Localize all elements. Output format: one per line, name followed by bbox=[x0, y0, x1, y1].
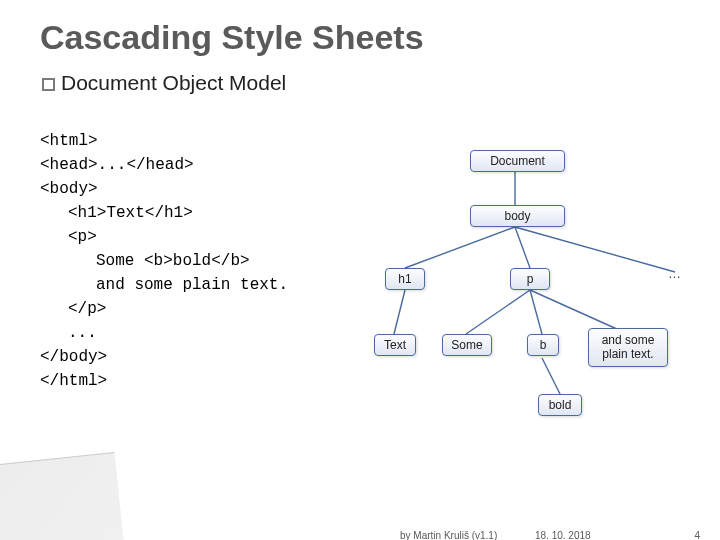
subhead-prefix: Document bbox=[61, 71, 157, 94]
code-line: <head>...</head> bbox=[40, 156, 194, 174]
svg-line-4 bbox=[394, 290, 405, 334]
svg-line-6 bbox=[530, 290, 542, 334]
code-line: <p> bbox=[68, 228, 97, 246]
slide-title: Cascading Style Sheets bbox=[40, 18, 692, 57]
tree-ellipsis: … bbox=[668, 266, 681, 281]
code-line: <body> bbox=[40, 180, 98, 198]
code-line: Some <b>bold</b> bbox=[96, 252, 250, 270]
tree-node-b: b bbox=[527, 334, 559, 356]
dom-tree-diagram: Document body h1 p … Text Some b and som… bbox=[370, 150, 700, 460]
footer-page-number: 4 bbox=[694, 530, 700, 540]
svg-line-3 bbox=[515, 227, 675, 272]
tree-node-text: Text bbox=[374, 334, 416, 356]
svg-line-2 bbox=[515, 227, 530, 268]
tree-node-p: p bbox=[510, 268, 550, 290]
tree-node-bold: bold bbox=[538, 394, 582, 416]
code-line: <h1>Text</h1> bbox=[68, 204, 193, 222]
bullet-icon bbox=[42, 78, 55, 91]
svg-line-8 bbox=[542, 358, 560, 394]
code-line: <html> bbox=[40, 132, 98, 150]
code-line: and some plain text. bbox=[96, 276, 288, 294]
footer-author: by Martin Kruliš (v1.1) bbox=[400, 530, 497, 540]
subhead-rest: Object Model bbox=[157, 71, 287, 94]
code-example: <html> <head>...</head> <body> <h1>Text<… bbox=[40, 105, 380, 417]
tree-node-plain: and some plain text. bbox=[588, 328, 668, 367]
tree-connectors bbox=[370, 150, 700, 460]
decorative-corner bbox=[0, 452, 125, 540]
tree-node-document: Document bbox=[470, 150, 565, 172]
tree-node-some: Some bbox=[442, 334, 492, 356]
slide-subhead: Document Object Model bbox=[42, 71, 692, 95]
code-line: </html> bbox=[40, 372, 107, 390]
tree-node-body: body bbox=[470, 205, 565, 227]
svg-line-1 bbox=[405, 227, 515, 268]
code-line: </p> bbox=[68, 300, 106, 318]
footer-date: 18. 10. 2018 bbox=[535, 530, 591, 540]
tree-node-h1: h1 bbox=[385, 268, 425, 290]
svg-line-5 bbox=[466, 290, 530, 334]
code-line: </body> bbox=[40, 348, 107, 366]
code-line: ... bbox=[68, 324, 97, 342]
